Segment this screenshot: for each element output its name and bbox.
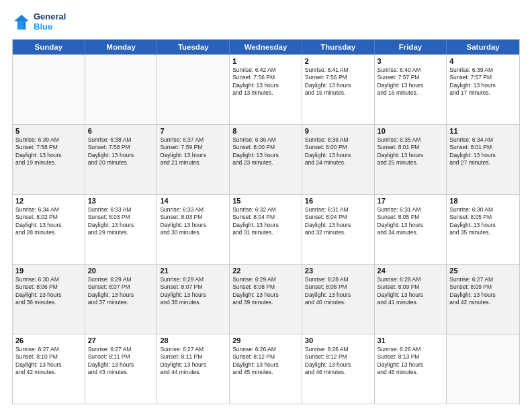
day-cell-5: 5Sunrise: 6:39 AM Sunset: 7:58 PM Daylig… — [13, 125, 85, 194]
empty-cell-0-2 — [157, 55, 230, 124]
day-number: 2 — [305, 57, 371, 65]
weekday-header-thursday: Thursday — [302, 40, 375, 54]
weekday-header-friday: Friday — [375, 40, 447, 54]
day-info: Sunrise: 6:28 AM Sunset: 8:09 PM Dayligh… — [378, 276, 444, 307]
day-info: Sunrise: 6:38 AM Sunset: 7:58 PM Dayligh… — [88, 136, 154, 167]
day-number: 22 — [232, 267, 299, 275]
day-number: 17 — [378, 197, 444, 205]
day-number: 30 — [305, 336, 371, 345]
day-info: Sunrise: 6:29 AM Sunset: 8:07 PM Dayligh… — [88, 276, 154, 307]
day-cell-9: 9Sunrise: 6:36 AM Sunset: 8:00 PM Daylig… — [302, 125, 375, 194]
calendar-row-2: 12Sunrise: 6:34 AM Sunset: 8:02 PM Dayli… — [13, 194, 519, 264]
day-cell-24: 24Sunrise: 6:28 AM Sunset: 8:09 PM Dayli… — [375, 265, 447, 334]
day-info: Sunrise: 6:39 AM Sunset: 7:57 PM Dayligh… — [449, 66, 517, 97]
day-info: Sunrise: 6:26 AM Sunset: 8:12 PM Dayligh… — [305, 346, 371, 377]
empty-cell-4-6 — [447, 334, 519, 404]
day-cell-31: 31Sunrise: 6:26 AM Sunset: 8:13 PM Dayli… — [375, 334, 447, 404]
day-number: 14 — [160, 197, 226, 205]
day-number: 19 — [15, 267, 82, 275]
logo-text: General Blue — [34, 12, 66, 32]
day-info: Sunrise: 6:37 AM Sunset: 7:59 PM Dayligh… — [160, 136, 226, 167]
day-info: Sunrise: 6:27 AM Sunset: 8:09 PM Dayligh… — [449, 276, 517, 307]
day-number: 9 — [305, 127, 371, 135]
day-cell-20: 20Sunrise: 6:29 AM Sunset: 8:07 PM Dayli… — [85, 265, 158, 334]
day-cell-21: 21Sunrise: 6:29 AM Sunset: 8:07 PM Dayli… — [157, 265, 230, 334]
calendar-row-3: 19Sunrise: 6:30 AM Sunset: 8:06 PM Dayli… — [13, 264, 519, 334]
weekday-header-wednesday: Wednesday — [230, 40, 302, 54]
day-info: Sunrise: 6:29 AM Sunset: 8:08 PM Dayligh… — [232, 276, 299, 307]
calendar-body: 1Sunrise: 6:42 AM Sunset: 7:56 PM Daylig… — [13, 54, 519, 404]
day-info: Sunrise: 6:31 AM Sunset: 8:04 PM Dayligh… — [305, 206, 371, 237]
page: General Blue SundayMondayTuesdayWednesda… — [0, 0, 532, 411]
day-cell-1: 1Sunrise: 6:42 AM Sunset: 7:56 PM Daylig… — [230, 55, 302, 124]
day-number: 16 — [305, 197, 371, 205]
day-info: Sunrise: 6:26 AM Sunset: 8:12 PM Dayligh… — [232, 346, 299, 377]
day-cell-18: 18Sunrise: 6:30 AM Sunset: 8:05 PM Dayli… — [447, 195, 519, 264]
day-info: Sunrise: 6:33 AM Sunset: 8:03 PM Dayligh… — [160, 206, 226, 237]
day-info: Sunrise: 6:26 AM Sunset: 8:13 PM Dayligh… — [378, 346, 444, 377]
day-number: 4 — [449, 57, 517, 65]
day-info: Sunrise: 6:27 AM Sunset: 8:11 PM Dayligh… — [88, 346, 154, 377]
day-cell-30: 30Sunrise: 6:26 AM Sunset: 8:12 PM Dayli… — [302, 334, 375, 404]
day-cell-26: 26Sunrise: 6:27 AM Sunset: 8:10 PM Dayli… — [13, 334, 85, 404]
day-cell-13: 13Sunrise: 6:33 AM Sunset: 8:03 PM Dayli… — [85, 195, 158, 264]
day-info: Sunrise: 6:29 AM Sunset: 8:07 PM Dayligh… — [160, 276, 226, 307]
day-info: Sunrise: 6:35 AM Sunset: 8:01 PM Dayligh… — [378, 136, 444, 167]
day-info: Sunrise: 6:39 AM Sunset: 7:58 PM Dayligh… — [15, 136, 82, 167]
day-info: Sunrise: 6:41 AM Sunset: 7:56 PM Dayligh… — [305, 66, 371, 97]
day-number: 25 — [449, 267, 517, 275]
day-cell-27: 27Sunrise: 6:27 AM Sunset: 8:11 PM Dayli… — [85, 334, 158, 404]
calendar-row-0: 1Sunrise: 6:42 AM Sunset: 7:56 PM Daylig… — [13, 54, 519, 124]
day-info: Sunrise: 6:27 AM Sunset: 8:10 PM Dayligh… — [15, 346, 82, 377]
day-cell-3: 3Sunrise: 6:40 AM Sunset: 7:57 PM Daylig… — [375, 55, 447, 124]
day-cell-15: 15Sunrise: 6:32 AM Sunset: 8:04 PM Dayli… — [230, 195, 302, 264]
day-info: Sunrise: 6:34 AM Sunset: 8:02 PM Dayligh… — [15, 206, 82, 237]
calendar-row-1: 5Sunrise: 6:39 AM Sunset: 7:58 PM Daylig… — [13, 124, 519, 194]
calendar-row-4: 26Sunrise: 6:27 AM Sunset: 8:10 PM Dayli… — [13, 334, 519, 404]
day-number: 10 — [378, 127, 444, 135]
day-cell-22: 22Sunrise: 6:29 AM Sunset: 8:08 PM Dayli… — [230, 265, 302, 334]
day-cell-17: 17Sunrise: 6:31 AM Sunset: 8:05 PM Dayli… — [375, 195, 447, 264]
header: General Blue — [12, 12, 520, 32]
day-number: 21 — [160, 267, 226, 275]
empty-cell-0-1 — [85, 55, 158, 124]
day-cell-28: 28Sunrise: 6:27 AM Sunset: 8:11 PM Dayli… — [157, 334, 230, 404]
logo-icon — [12, 13, 31, 32]
day-cell-14: 14Sunrise: 6:33 AM Sunset: 8:03 PM Dayli… — [157, 195, 230, 264]
weekday-header-tuesday: Tuesday — [157, 40, 230, 54]
day-info: Sunrise: 6:40 AM Sunset: 7:57 PM Dayligh… — [378, 66, 444, 97]
day-cell-29: 29Sunrise: 6:26 AM Sunset: 8:12 PM Dayli… — [230, 334, 302, 404]
day-number: 8 — [232, 127, 299, 135]
day-cell-4: 4Sunrise: 6:39 AM Sunset: 7:57 PM Daylig… — [447, 55, 519, 124]
calendar: SundayMondayTuesdayWednesdayThursdayFrid… — [12, 39, 520, 404]
day-cell-10: 10Sunrise: 6:35 AM Sunset: 8:01 PM Dayli… — [375, 125, 447, 194]
day-number: 7 — [160, 127, 226, 135]
day-number: 13 — [88, 197, 154, 205]
day-number: 1 — [232, 57, 299, 65]
day-number: 20 — [88, 267, 154, 275]
day-info: Sunrise: 6:36 AM Sunset: 8:00 PM Dayligh… — [305, 136, 371, 167]
day-number: 3 — [378, 57, 444, 65]
day-number: 27 — [88, 336, 154, 345]
day-cell-16: 16Sunrise: 6:31 AM Sunset: 8:04 PM Dayli… — [302, 195, 375, 264]
day-cell-2: 2Sunrise: 6:41 AM Sunset: 7:56 PM Daylig… — [302, 55, 375, 124]
day-info: Sunrise: 6:30 AM Sunset: 8:05 PM Dayligh… — [449, 206, 517, 237]
day-cell-12: 12Sunrise: 6:34 AM Sunset: 8:02 PM Dayli… — [13, 195, 85, 264]
day-cell-8: 8Sunrise: 6:36 AM Sunset: 8:00 PM Daylig… — [230, 125, 302, 194]
day-number: 31 — [378, 336, 444, 345]
day-number: 29 — [232, 336, 299, 345]
day-cell-25: 25Sunrise: 6:27 AM Sunset: 8:09 PM Dayli… — [447, 265, 519, 334]
day-number: 24 — [378, 267, 444, 275]
calendar-header: SundayMondayTuesdayWednesdayThursdayFrid… — [13, 40, 519, 54]
day-info: Sunrise: 6:27 AM Sunset: 8:11 PM Dayligh… — [160, 346, 226, 377]
day-number: 11 — [449, 127, 517, 135]
day-info: Sunrise: 6:31 AM Sunset: 8:05 PM Dayligh… — [378, 206, 444, 237]
day-number: 15 — [232, 197, 299, 205]
weekday-header-monday: Monday — [85, 40, 158, 54]
day-cell-19: 19Sunrise: 6:30 AM Sunset: 8:06 PM Dayli… — [13, 265, 85, 334]
weekday-header-sunday: Sunday — [13, 40, 85, 54]
day-number: 28 — [160, 336, 226, 345]
day-info: Sunrise: 6:36 AM Sunset: 8:00 PM Dayligh… — [232, 136, 299, 167]
day-cell-7: 7Sunrise: 6:37 AM Sunset: 7:59 PM Daylig… — [157, 125, 230, 194]
day-info: Sunrise: 6:28 AM Sunset: 8:08 PM Dayligh… — [305, 276, 371, 307]
